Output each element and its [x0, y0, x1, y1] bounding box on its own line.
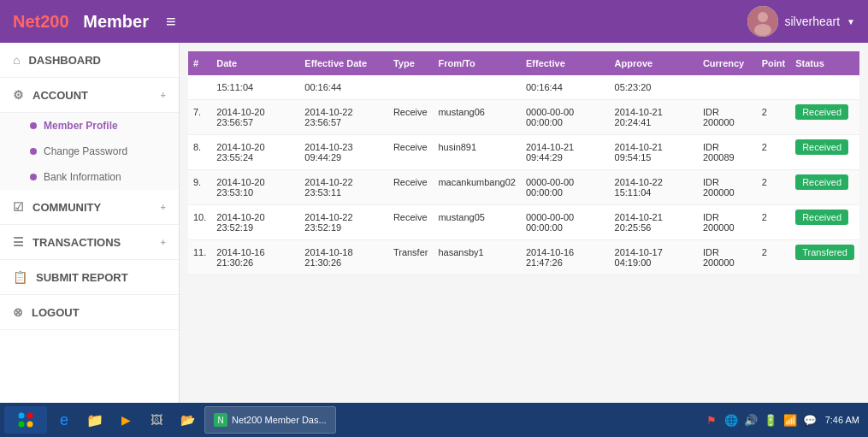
- cell-eff2: 0000-00-00 00:00:00: [521, 205, 610, 240]
- program-window[interactable]: N Net200 Member Das...: [204, 406, 336, 434]
- table-header-row: # Date Effective Date Type From/To Effec…: [188, 51, 859, 75]
- cell-eff2: 0000-00-00 00:00:00: [521, 170, 610, 205]
- cell-point: 2: [757, 240, 791, 275]
- cell-type: Transfer: [388, 240, 434, 275]
- home-icon: ⌂: [13, 53, 20, 67]
- col-currency: Currency: [698, 51, 757, 75]
- brand: Net200 Member: [13, 12, 149, 32]
- gear-icon: ⚙: [13, 88, 24, 102]
- cell-from-to: husin891: [433, 135, 521, 170]
- cell-date: 2014-10-20 23:56:57: [211, 100, 299, 135]
- folder-icon[interactable]: 📁: [81, 406, 109, 434]
- logout-icon: ⊗: [13, 305, 23, 319]
- table-row: 15:11:04 00:16:44 00:16:44 05:23:20: [188, 75, 859, 100]
- cell-status: Transfered: [790, 240, 859, 275]
- svg-point-5: [19, 422, 25, 428]
- svg-point-2: [754, 24, 771, 36]
- dot-icon: [30, 148, 37, 155]
- cell-num: 8.: [188, 135, 211, 170]
- table-row: 11. 2014-10-16 21:30:26 2014-10-18 21:30…: [188, 240, 859, 275]
- cell-currency: IDR 200000: [698, 170, 757, 205]
- cell-from-to: mustang06: [433, 100, 521, 135]
- cell-eff2: 0000-00-00 00:00:00: [521, 100, 610, 135]
- expand-account-icon: +: [161, 90, 166, 100]
- expand-transactions-icon: +: [161, 237, 166, 247]
- cell-status: Received: [790, 205, 859, 240]
- account-label: ACCOUNT: [32, 89, 88, 102]
- expand-community-icon: +: [161, 202, 166, 212]
- avatar: [747, 6, 778, 37]
- status-badge: Received: [795, 139, 848, 155]
- change-password-label: Change Password: [44, 145, 127, 157]
- cell-date: 2014-10-20 23:52:19: [211, 205, 299, 240]
- col-approve: Approve: [610, 51, 698, 75]
- cell-currency: IDR 200000: [698, 100, 757, 135]
- cell-point: 2: [757, 205, 791, 240]
- svg-point-3: [19, 413, 25, 419]
- cell-point: 2: [757, 100, 791, 135]
- sidebar-item-transactions[interactable]: ☰ TRANSACTIONS +: [0, 225, 179, 260]
- cell-approve: 2014-10-21 20:25:56: [610, 205, 698, 240]
- taskbar: e 📁 ▶ 🖼 📂 N Net200 Member Das... ⚑ 🌐 🔊 🔋…: [0, 403, 868, 437]
- cell-type: Receive: [388, 205, 434, 240]
- sidebar-item-member-profile[interactable]: Member Profile: [0, 113, 179, 139]
- status-badge: Transfered: [795, 245, 854, 260]
- sidebar-item-account[interactable]: ⚙ ACCOUNT +: [0, 78, 179, 113]
- brand-member: Member: [83, 12, 149, 31]
- cell-eff2: 2014-10-16 21:47:26: [521, 240, 610, 275]
- sidebar-item-dashboard[interactable]: ⌂ DASHBOARD: [0, 43, 179, 78]
- transactions-table: # Date Effective Date Type From/To Effec…: [188, 51, 859, 275]
- cell-num: 10.: [188, 205, 211, 240]
- report-icon: 📋: [13, 270, 27, 284]
- photo-icon[interactable]: 🖼: [143, 406, 170, 434]
- cell-from-to: hasansby1: [433, 240, 521, 275]
- account-submenu: Member Profile Change Password Bank Info…: [0, 113, 179, 190]
- main-layout: ⌂ DASHBOARD ⚙ ACCOUNT + Member Profile C…: [0, 43, 868, 403]
- sidebar-item-bank-information[interactable]: Bank Information: [0, 164, 179, 190]
- cell-currency: IDR 200000: [698, 240, 757, 275]
- community-icon: ☑: [13, 200, 24, 214]
- user-menu[interactable]: silverheart ▼: [747, 6, 856, 37]
- sidebar-item-logout[interactable]: ⊗ LOGOUT: [0, 295, 179, 330]
- sidebar-item-change-password[interactable]: Change Password: [0, 139, 179, 164]
- cell-status: Received: [790, 170, 859, 205]
- cell-status: Received: [790, 135, 859, 170]
- table-row: 10. 2014-10-20 23:52:19 2014-10-22 23:52…: [188, 205, 859, 240]
- cell-effective-date: 2014-10-23 09:44:29: [299, 135, 388, 170]
- topbar: Net200 Member ≡ silverheart ▼: [0, 0, 868, 43]
- col-type: Type: [388, 51, 434, 75]
- col-num: #: [188, 51, 211, 75]
- sidebar-item-community[interactable]: ☑ COMMUNITY +: [0, 190, 179, 225]
- cell-effective-date: 2014-10-22 23:53:11: [299, 170, 388, 205]
- battery-icon: 🔋: [762, 411, 779, 428]
- status-badge: Received: [795, 210, 848, 225]
- cell-currency: IDR 200000: [698, 205, 757, 240]
- folder2-icon[interactable]: 📂: [174, 406, 201, 434]
- brand-net: Net200: [13, 12, 69, 31]
- ie-icon[interactable]: e: [50, 406, 78, 434]
- table-row: 8. 2014-10-20 23:55:24 2014-10-23 09:44:…: [188, 135, 859, 170]
- notify-icon: 💬: [801, 411, 818, 428]
- cell-num: 7.: [188, 100, 211, 135]
- program-icon: N: [214, 413, 227, 427]
- status-badge: Received: [795, 104, 848, 120]
- cell-effective-date: 2014-10-18 21:30:26: [299, 240, 388, 275]
- antivirus-icon: ⚑: [703, 411, 720, 428]
- cell-point: [757, 75, 791, 100]
- bank-information-label: Bank Information: [44, 171, 121, 183]
- svg-point-4: [27, 413, 33, 419]
- start-button[interactable]: [4, 406, 47, 434]
- logout-label: LOGOUT: [32, 306, 80, 319]
- media-icon[interactable]: ▶: [112, 406, 139, 434]
- cell-currency: IDR 200089: [698, 135, 757, 170]
- cell-date: 15:11:04: [211, 75, 299, 100]
- sidebar-item-submit-report[interactable]: 📋 SUBMIT REPORT: [0, 260, 179, 295]
- cell-type: Receive: [388, 100, 434, 135]
- time-display: 7:46 AM: [825, 414, 859, 426]
- col-from-to: From/To: [433, 51, 521, 75]
- dashboard-label: DASHBOARD: [28, 54, 101, 67]
- col-effective-date: Effective Date: [299, 51, 388, 75]
- cell-type: Receive: [388, 135, 434, 170]
- hamburger-icon[interactable]: ≡: [166, 12, 176, 32]
- clock: 7:46 AM: [821, 414, 864, 426]
